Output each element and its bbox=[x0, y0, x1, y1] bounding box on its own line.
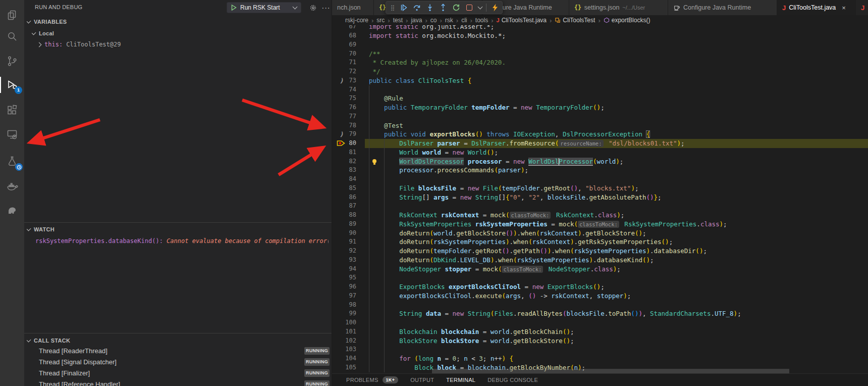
breadcrumb-item-clitoolstest-java[interactable]: JCliToolsTest.java bbox=[497, 17, 547, 24]
breadcrumb-item-co[interactable]: co bbox=[430, 17, 437, 24]
lightbulb-icon[interactable] bbox=[371, 158, 377, 167]
search-icon[interactable] bbox=[0, 26, 24, 46]
code-line[interactable]: RskSystemProperties rskSystemProperties … bbox=[365, 220, 868, 229]
line-number[interactable]: 98 bbox=[349, 301, 356, 310]
code-line[interactable]: public TemporaryFolder tempFolder = new … bbox=[365, 103, 868, 112]
breadcrumb-item-rskj-core[interactable]: rskj-core bbox=[345, 17, 368, 24]
testing-icon[interactable] bbox=[0, 151, 24, 171]
code-line[interactable]: ExportBlocks exportBlocksCliTool = new E… bbox=[365, 282, 868, 292]
breadcrumb-item-exportblocks-[interactable]: exportBlocks() bbox=[604, 17, 650, 24]
code-line[interactable]: RskContext rskContext = mock(classToMock… bbox=[365, 211, 868, 220]
stop-icon[interactable] bbox=[464, 2, 475, 13]
tab-settings.json[interactable]: {}settings.json~/.../User bbox=[569, 0, 668, 15]
code-line[interactable] bbox=[365, 345, 868, 354]
remote-explorer-icon[interactable] bbox=[0, 124, 24, 144]
line-number[interactable]: 102 bbox=[345, 336, 356, 346]
extensions-icon[interactable] bbox=[0, 100, 24, 120]
tab-Configure Java Runtime[interactable]: Configure Java Runtime bbox=[668, 0, 777, 15]
tab-nch.json[interactable]: nch.json bbox=[332, 0, 374, 15]
line-number[interactable]: 82 bbox=[349, 157, 356, 166]
code-line[interactable]: /** bbox=[365, 50, 868, 59]
code-line[interactable] bbox=[365, 40, 868, 50]
line-number[interactable]: 93 bbox=[349, 256, 356, 265]
launch-config-dropdown[interactable]: Run RSK Start bbox=[227, 2, 301, 13]
stop-dropdown-icon[interactable] bbox=[477, 2, 483, 13]
panel-tab-debug-console[interactable]: DEBUG CONSOLE bbox=[487, 377, 538, 383]
run-and-debug-icon[interactable]: 1 bbox=[0, 75, 24, 95]
breadcrumb-item-java[interactable]: java bbox=[411, 17, 422, 24]
more-actions-icon[interactable]: ··· bbox=[321, 3, 331, 13]
code-line[interactable]: * Created by ajlopez on 26/04/2020. bbox=[365, 58, 868, 67]
line-number[interactable]: 85 bbox=[349, 184, 356, 193]
code-line[interactable]: World world = new World(); bbox=[365, 148, 868, 157]
line-number[interactable]: 88 bbox=[349, 211, 356, 220]
line-number[interactable]: 86 bbox=[349, 193, 356, 202]
breadcrumb-item-rsk[interactable]: rsk bbox=[445, 17, 453, 24]
panel-tab-output[interactable]: OUTPUT bbox=[410, 377, 434, 383]
variable-row-this[interactable]: this: CliToolsTest@29 bbox=[37, 39, 332, 50]
line-number[interactable]: 72 bbox=[349, 67, 356, 76]
code-editor[interactable]: 676869707172)737475767778)79808182838485… bbox=[332, 25, 868, 374]
code-line[interactable]: String data = new String(Files.readAllBy… bbox=[365, 309, 868, 318]
fold-arc-glyph[interactable]: ) bbox=[339, 130, 345, 139]
code-line[interactable]: DslParser parser = DslParser.fromResourc… bbox=[365, 139, 868, 148]
line-number[interactable]: 81 bbox=[349, 148, 356, 157]
gradle-icon[interactable] bbox=[0, 201, 24, 221]
step-into-icon[interactable] bbox=[424, 2, 436, 13]
line-number[interactable]: 74 bbox=[349, 85, 356, 94]
variables-scope-local[interactable]: Local bbox=[32, 28, 332, 38]
line-number[interactable]: 84 bbox=[349, 175, 356, 184]
docker-icon[interactable] bbox=[0, 176, 24, 197]
line-number[interactable]: 91 bbox=[349, 237, 356, 247]
code-line[interactable] bbox=[365, 318, 868, 327]
fold-arc-glyph[interactable]: ) bbox=[339, 76, 345, 85]
code-line[interactable] bbox=[365, 112, 868, 121]
breadcrumb-item-tools[interactable]: tools bbox=[475, 17, 488, 24]
gear-icon[interactable] bbox=[308, 3, 318, 13]
breadcrumb-item-src[interactable]: src bbox=[376, 17, 385, 24]
line-number[interactable]: 95 bbox=[349, 273, 356, 282]
line-number[interactable]: 71 bbox=[349, 58, 356, 67]
hot-code-replace-icon[interactable] bbox=[490, 2, 501, 13]
code-line[interactable]: public class CliToolsTest { bbox=[365, 76, 868, 85]
line-number[interactable]: 103 bbox=[345, 345, 356, 354]
code-line[interactable]: doReturn(tempFolder.getRoot().getPath())… bbox=[365, 247, 868, 256]
line-number[interactable]: 92 bbox=[349, 247, 356, 256]
horizontal-scrollbar[interactable] bbox=[432, 369, 789, 373]
explorer-icon[interactable] bbox=[0, 5, 24, 25]
code-line[interactable] bbox=[365, 202, 868, 211]
line-number[interactable]: 94 bbox=[349, 265, 356, 274]
close-icon[interactable]: × bbox=[842, 5, 846, 11]
line-number[interactable]: 70 bbox=[349, 50, 356, 59]
code-line[interactable]: String[] args = new String[]{"0", "2", b… bbox=[365, 193, 868, 202]
line-number[interactable]: 99 bbox=[349, 309, 356, 318]
code-line[interactable]: doReturn(world.getBlockStore()).when(rsk… bbox=[365, 229, 868, 238]
code-line[interactable]: processor.processCommands(parser); bbox=[365, 166, 868, 175]
continue-icon[interactable] bbox=[398, 2, 409, 13]
line-number[interactable]: 105 bbox=[345, 363, 356, 372]
watch-expression-row[interactable]: rskSystemProperties.databaseKind(): Cann… bbox=[35, 236, 329, 246]
step-over-icon[interactable] bbox=[411, 2, 422, 13]
line-number[interactable]: 73 bbox=[349, 76, 356, 85]
code-line[interactable] bbox=[365, 175, 868, 184]
line-number[interactable]: 68 bbox=[349, 31, 356, 40]
line-number[interactable]: 97 bbox=[349, 292, 356, 301]
code-line[interactable]: for (long n = 0; n < 3; n++) { bbox=[365, 354, 868, 363]
code-line[interactable]: public void exportBlocks() throws IOExce… bbox=[365, 130, 868, 139]
line-number[interactable]: 79 bbox=[349, 130, 356, 139]
line-number[interactable]: 80 bbox=[349, 139, 356, 148]
line-number[interactable]: 87 bbox=[349, 202, 356, 211]
watch-section-header[interactable]: WATCH bbox=[27, 224, 332, 234]
line-number[interactable]: 67 bbox=[349, 25, 356, 31]
code-pane[interactable]: import static org.junit.Assert.*;import … bbox=[365, 25, 868, 374]
panel-tab-problems[interactable]: PROBLEMS1K+ bbox=[346, 376, 398, 383]
code-line[interactable] bbox=[365, 273, 868, 282]
call-stack-thread-row[interactable]: Thread [Signal Dispatcher]RUNNING bbox=[39, 357, 332, 367]
code-line[interactable]: import static org.junit.Assert.*; bbox=[365, 25, 868, 31]
code-line[interactable]: import static org.mockito.Mockito.*; bbox=[365, 31, 868, 40]
line-number[interactable]: 76 bbox=[349, 103, 356, 112]
code-line[interactable]: BlockStore blockStore = world.getBlockSt… bbox=[365, 336, 868, 346]
code-line[interactable]: doReturn(rskSystemProperties).when(rskCo… bbox=[365, 237, 868, 247]
code-line[interactable]: File blocksFile = new File(tempFolder.ge… bbox=[365, 184, 868, 193]
line-number[interactable]: 101 bbox=[345, 327, 356, 336]
